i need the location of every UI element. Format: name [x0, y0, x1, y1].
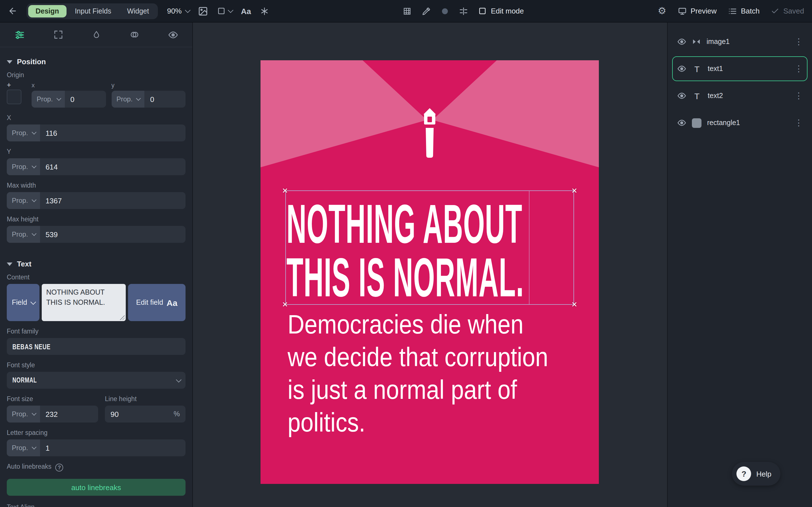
position-section-header[interactable]: Position — [7, 57, 186, 66]
batch-button[interactable]: Batch — [728, 6, 760, 15]
body-text-element[interactable]: Democracies die when we decide that corr… — [288, 308, 558, 439]
tab-input-fields[interactable]: Input Fields — [67, 5, 118, 17]
inspector-tabs — [0, 22, 192, 47]
max-width-input[interactable]: Prop. 1367 — [7, 192, 186, 209]
text-icon: T — [692, 91, 702, 101]
eye-tab-icon[interactable] — [168, 30, 178, 40]
asterisk-tool-icon[interactable] — [260, 6, 269, 15]
saved-status: Saved — [771, 7, 804, 15]
help-question-icon[interactable]: ? — [56, 464, 63, 471]
kebab-menu-icon[interactable]: ⋮ — [795, 91, 802, 101]
eye-icon[interactable] — [677, 64, 686, 73]
paint-drop-tab-icon[interactable] — [92, 30, 101, 39]
aa-icon: Aa — [167, 298, 177, 307]
chevron-down-icon — [32, 411, 36, 416]
font-style-select[interactable]: NORMAL — [7, 372, 186, 389]
font-size-label: Font size — [7, 395, 98, 402]
back-icon[interactable] — [8, 6, 17, 16]
eye-icon[interactable] — [677, 37, 686, 46]
layer-row-text2[interactable]: T text2 ⋮ — [672, 83, 808, 108]
max-height-value: 539 — [40, 230, 63, 238]
content-textarea[interactable]: NOTHING ABOUT THIS IS NORMAL. — [42, 284, 126, 321]
blend-tab-icon[interactable] — [130, 30, 139, 40]
color-swatch-icon[interactable] — [441, 7, 449, 15]
origin-anchor-picker[interactable]: + — [7, 82, 26, 104]
font-family-input[interactable]: BEBAS NEUE — [7, 338, 186, 355]
inspector-panel: Position Origin + x Prop. 0 — [0, 22, 193, 507]
origin-y-prop-dropdown[interactable]: Prop. — [111, 91, 144, 108]
zoom-control[interactable]: 90% — [167, 7, 189, 15]
rectangle-icon — [692, 118, 702, 128]
image-tool-icon[interactable] — [198, 6, 208, 16]
kebab-menu-icon[interactable]: ⋮ — [795, 118, 802, 128]
font-size-input[interactable]: Prop. 232 — [7, 406, 98, 422]
alignment-icon[interactable] — [459, 6, 468, 15]
origin-y-input[interactable]: Prop. 0 — [111, 91, 186, 108]
origin-x-input[interactable]: Prop. 0 — [32, 91, 106, 108]
y-prop-dropdown[interactable]: Prop. — [7, 158, 40, 175]
x-input[interactable]: Prop. 116 — [7, 124, 186, 142]
canvas-area[interactable]: NOTHING ABOUT THIS IS NORMAL. Democracie… — [193, 22, 667, 507]
text-icon: T — [692, 64, 702, 73]
headline-text-element[interactable]: NOTHING ABOUT THIS IS NORMAL. — [287, 197, 543, 304]
eyedropper-icon[interactable] — [422, 6, 431, 15]
auto-linebreaks-button[interactable]: auto linebreaks — [7, 479, 186, 496]
edit-mode-toggle[interactable]: Edit mode — [478, 7, 524, 15]
font-family-value: BEBAS NEUE — [12, 342, 50, 351]
font-size-prop-dropdown[interactable]: Prop. — [7, 406, 40, 422]
line-height-unit: % — [174, 410, 186, 418]
chevron-down-icon — [176, 377, 182, 382]
prop-label: Prop. — [12, 230, 28, 238]
artboard[interactable]: NOTHING ABOUT THIS IS NORMAL. Democracie… — [260, 60, 599, 484]
max-width-prop-dropdown[interactable]: Prop. — [7, 192, 40, 209]
chevron-down-icon — [228, 7, 234, 13]
layer-row-image1[interactable]: image1 ⋮ — [672, 29, 808, 54]
letter-spacing-input[interactable]: Prop. 1 — [7, 439, 186, 456]
layer-row-text1[interactable]: T text1 ⋮ — [672, 56, 808, 81]
eye-icon[interactable] — [677, 91, 686, 100]
preview-label: Preview — [691, 7, 717, 15]
prop-label: Prop. — [116, 95, 133, 103]
font-style-value: NORMAL — [12, 376, 37, 384]
max-width-label: Max width — [7, 182, 186, 189]
help-button[interactable]: ? Help — [732, 462, 781, 486]
kebab-menu-icon[interactable]: ⋮ — [795, 37, 802, 47]
y-input[interactable]: Prop. 614 — [7, 158, 186, 175]
resize-grip-icon[interactable] — [119, 314, 124, 320]
x-prop-dropdown[interactable]: Prop. — [7, 124, 40, 142]
expand-tab-icon[interactable] — [53, 30, 63, 40]
line-height-label: Line height — [105, 395, 186, 402]
layer-name: rectangle1 — [707, 119, 789, 127]
edit-field-button[interactable]: Edit field Aa — [128, 284, 186, 321]
letter-spacing-prop-dropdown[interactable]: Prop. — [7, 439, 40, 456]
x-label: X — [7, 114, 186, 121]
auto-linebreaks-label: Auto linebreaks — [7, 463, 52, 470]
grid-icon[interactable] — [403, 6, 412, 15]
tab-design[interactable]: Design — [28, 5, 66, 17]
position-section: Position Origin + x Prop. 0 — [0, 47, 192, 243]
max-height-prop-dropdown[interactable]: Prop. — [7, 226, 40, 243]
prop-label: Prop. — [12, 196, 28, 205]
gear-icon[interactable]: ⚙ — [658, 5, 666, 17]
origin-anchor-box[interactable] — [7, 90, 21, 104]
batch-label: Batch — [741, 7, 760, 15]
mode-segmented-control: Design Input Fields Widget — [27, 3, 158, 19]
preview-button[interactable]: Preview — [677, 6, 717, 15]
kebab-menu-icon[interactable]: ⋮ — [795, 64, 802, 74]
layer-row-rectangle1[interactable]: rectangle1 ⋮ — [672, 110, 808, 135]
max-height-input[interactable]: Prop. 539 — [7, 226, 186, 243]
sliders-tab-icon[interactable] — [14, 30, 24, 40]
tab-widget[interactable]: Widget — [120, 5, 156, 17]
text-section-header[interactable]: Text — [7, 260, 186, 268]
edit-mode-label: Edit mode — [491, 7, 524, 15]
collapse-caret-icon — [7, 262, 12, 266]
origin-x-prop-dropdown[interactable]: Prop. — [32, 91, 64, 108]
text-tool-icon[interactable]: Aa — [241, 6, 251, 15]
line-height-input[interactable]: 90 % — [105, 406, 186, 422]
field-dropdown-button[interactable]: Field — [7, 284, 40, 321]
line-height-value: 90 — [105, 410, 124, 418]
chevron-down-icon — [185, 7, 191, 13]
eye-icon[interactable] — [677, 118, 686, 127]
chevron-down-icon — [32, 231, 36, 236]
shape-tool-icon[interactable] — [217, 7, 232, 15]
